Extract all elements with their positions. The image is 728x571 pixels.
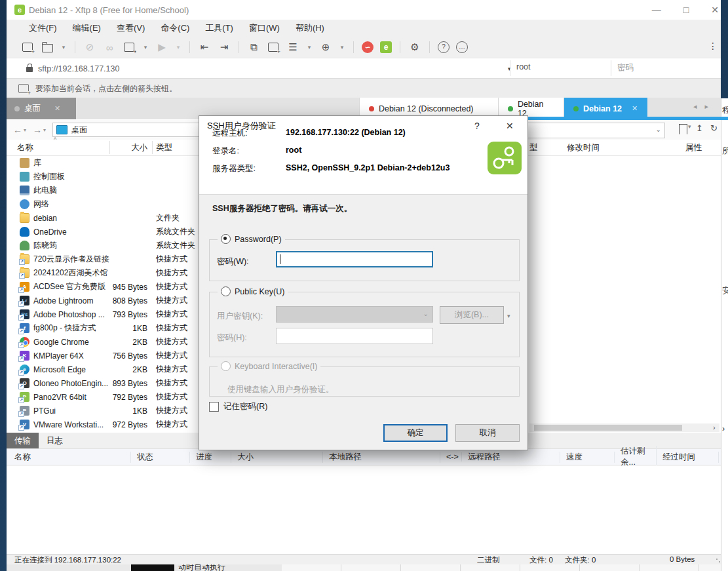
transfer-column-名称[interactable]: 名称 [9, 452, 131, 463]
server-type-value: SSH2, OpenSSH_9.2p1 Debian-2+deb12u3 [286, 163, 450, 172]
transfer-column-远程路径[interactable]: 远程路径 [462, 452, 560, 463]
menu-file[interactable]: 文件(F) [22, 20, 64, 36]
menu-window[interactable]: 窗口(W) [242, 20, 286, 36]
transfer-dropdown-icon[interactable]: ▾ [175, 41, 182, 54]
folder-icon [20, 213, 29, 223]
tab-close-icon[interactable]: ✕ [632, 104, 638, 113]
password-radio[interactable] [221, 234, 231, 244]
key-passphrase-label: 密码(H): [217, 332, 247, 344]
background-clipped-glyph: › [722, 424, 725, 433]
new-window-icon[interactable]: + [267, 41, 280, 54]
this-pc-icon [20, 186, 29, 195]
xshell-icon[interactable]: ∽ [362, 41, 374, 53]
encoding-globe-icon[interactable]: ⊕ [319, 41, 332, 54]
dialog-help-button[interactable]: ? [474, 121, 480, 131]
menu-edit[interactable]: 编辑(E) [66, 20, 107, 36]
session-properties-icon[interactable]: • [123, 41, 136, 54]
remember-password-row[interactable]: 记住密码(R) [209, 401, 267, 412]
transfer-icon[interactable]: ▶ [155, 41, 168, 54]
menu-help[interactable]: 帮助(H) [289, 20, 331, 36]
info-bar-text: 要添加当前会话，点击左侧的箭头按钮。 [35, 83, 177, 94]
tab-scroll-arrows[interactable]: ◂▸ [693, 102, 716, 111]
tab-status-dot-red [369, 106, 374, 111]
column-type[interactable]: 类型 [156, 142, 172, 153]
remote-tab-label: Debian 12 [583, 104, 622, 113]
column-size[interactable]: 大小 [131, 142, 147, 153]
transfer-column-速度[interactable]: 速度 [560, 452, 615, 463]
username-field[interactable]: root [516, 62, 531, 71]
disconnect-icon[interactable]: ⊘ [83, 41, 96, 54]
add-session-icon: + [18, 84, 29, 93]
column-divider[interactable] [109, 141, 110, 154]
transfer-column-进度[interactable]: 进度 [190, 452, 231, 463]
list-view-icon[interactable]: ☰ [286, 41, 299, 54]
nav-forward-dropdown-icon[interactable]: ▾ [43, 127, 46, 133]
password-field[interactable]: 密码 [617, 62, 634, 73]
keyboard-interactive-radio[interactable] [221, 361, 231, 371]
back-icon[interactable]: ⇤ [198, 41, 211, 54]
nav-back-dropdown-icon[interactable]: ▾ [24, 127, 26, 133]
list-view-dropdown-icon[interactable]: ▾ [306, 41, 313, 54]
address-bar: sftp://192.168.177.130 ▾ [7, 58, 721, 79]
forward-icon[interactable]: ⇥ [218, 41, 231, 54]
open-dropdown-icon[interactable]: ▾ [60, 41, 67, 54]
acdsee-shortcut-icon: A [20, 282, 29, 292]
session-properties-dropdown-icon[interactable]: ▾ [142, 41, 149, 54]
transfer-column-大小[interactable]: 大小 [231, 452, 323, 463]
menu-command[interactable]: 命令(C) [154, 20, 196, 36]
help-icon[interactable]: ? [438, 41, 450, 53]
address-url-input[interactable]: sftp://192.168.177.130 [38, 64, 119, 73]
browse-dropdown-icon[interactable]: ▾ [507, 313, 510, 319]
password-radio-row[interactable]: Password(P) [218, 234, 285, 244]
menu-view[interactable]: 查看(V) [110, 20, 151, 36]
overflow-kebab-icon[interactable]: ⋮ [708, 41, 718, 51]
column-divider[interactable] [152, 141, 153, 154]
tab-log[interactable]: 日志 [39, 433, 71, 448]
refresh-icon[interactable]: ↻ [710, 123, 718, 133]
scrollbar-thumb[interactable] [534, 425, 682, 431]
dialog-close-button[interactable]: ✕ [506, 121, 514, 131]
feedback-icon[interactable]: … [456, 41, 468, 53]
key-passphrase-input[interactable] [276, 328, 433, 344]
resize-grip[interactable] [716, 558, 721, 563]
nav-back-icon[interactable]: ← [13, 125, 22, 135]
open-icon[interactable] [41, 41, 54, 54]
close-button[interactable]: ✕ [711, 5, 719, 15]
public-key-radio[interactable] [221, 286, 231, 296]
local-tab-desktop[interactable]: 桌面 ✕ [7, 98, 76, 119]
menu-tools[interactable]: 工具(T) [199, 20, 240, 36]
transfer-column-本地路径[interactable]: 本地路径 [323, 452, 440, 463]
copy-window-icon[interactable]: ⧉ [247, 41, 260, 54]
transfer-column-<->[interactable]: <-> [440, 452, 462, 462]
user-key-icon [488, 142, 522, 174]
maximize-button[interactable]: □ [683, 5, 689, 15]
public-key-radio-row[interactable]: Public Key(U) [218, 286, 288, 296]
up-folder-icon[interactable]: ↥ [696, 123, 703, 133]
settings-gear-icon[interactable]: ⚙ [408, 41, 421, 54]
minimize-button[interactable]: — [652, 5, 661, 15]
nav-forward-icon[interactable]: → [33, 125, 42, 135]
column-modified[interactable]: 修改时间 [567, 142, 600, 153]
column-name[interactable]: 名称 [17, 142, 33, 153]
tab-close-icon[interactable]: ✕ [54, 104, 60, 113]
browse-button[interactable]: 浏览(B)... [440, 306, 504, 324]
password-input[interactable] [276, 251, 433, 267]
column-attributes[interactable]: 属性 [685, 142, 702, 153]
bookmark-dropdown-icon[interactable]: ▾ [688, 123, 691, 130]
reconnect-icon[interactable]: ∞ [103, 41, 116, 54]
transfer-column-状态[interactable]: 状态 [131, 452, 190, 463]
encoding-dropdown-icon[interactable]: ▾ [339, 41, 345, 54]
remote-path-combo[interactable]: ⌄ [528, 123, 665, 138]
xftp-icon[interactable]: e [380, 41, 392, 53]
new-session-icon[interactable]: + [21, 41, 34, 54]
tab-status-dot-green [508, 106, 513, 111]
ok-button[interactable]: 确定 [383, 424, 448, 442]
remember-password-checkbox[interactable] [209, 402, 219, 412]
user-key-combo[interactable]: ⌄ [276, 306, 433, 323]
keyboard-interactive-radio-row[interactable]: Keyboard Interactive(I) [218, 361, 320, 371]
cancel-button[interactable]: 取消 [455, 424, 520, 442]
transfer-column-估计剩余...[interactable]: 估计剩余... [615, 446, 657, 468]
scrollbar-right-arrow[interactable]: › [713, 423, 716, 431]
transfer-column-经过时间[interactable]: 经过时间 [657, 452, 719, 463]
tab-transfer[interactable]: 传输 [7, 433, 39, 448]
